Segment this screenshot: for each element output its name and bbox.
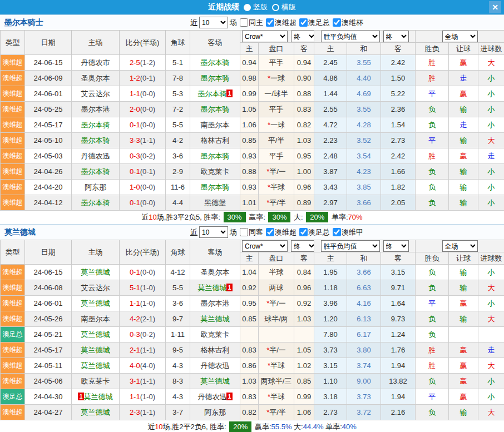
league-filter-checkbox-2[interactable]: 澳维甲	[333, 227, 363, 237]
result-goals	[478, 327, 504, 342]
league-type-badge: 澳维超	[1, 280, 25, 296]
league-type-badge: 澳维超	[1, 133, 25, 148]
home-team: 墨尔本骑	[72, 195, 120, 211]
league-filter-checkbox-2[interactable]: 澳维杯	[333, 18, 363, 28]
league-filter-input-2[interactable]	[333, 18, 341, 27]
asian-away-odds: 0.95	[294, 148, 314, 164]
home-team-name: 墨尔本骑	[81, 136, 110, 145]
filter-controls: 近10场同主澳维超澳足总澳维杯	[190, 17, 363, 28]
euro-home-odds: 3.43	[314, 180, 347, 195]
col-type: 类型	[1, 31, 25, 55]
euro-draw-odds: 3.55	[347, 55, 381, 71]
asian-away-odds: 0.89	[294, 195, 314, 211]
score-halftime: 3-3(1-1)	[120, 133, 166, 148]
home-team: 丹德农迅	[72, 148, 120, 164]
asian-away-odds: 0.85	[294, 374, 314, 389]
away-team-name: 墨尔本港	[201, 299, 230, 307]
euro-home-odds: 7.80	[314, 327, 347, 342]
summary-text: 单率:	[329, 213, 348, 221]
avg-odds-select[interactable]: 胜平负均值	[321, 240, 380, 252]
asian-away-odds: 0.92	[294, 296, 314, 311]
asian-handicap-line: *半/一	[259, 342, 294, 358]
away-team: 欧克莱卡	[190, 327, 240, 342]
odds-company-select[interactable]: Crow*	[242, 240, 288, 252]
summary-rate-badge: 30%	[224, 212, 246, 222]
league-type-badge: 澳维超	[1, 71, 25, 86]
result-handicap: 赢	[449, 358, 478, 374]
filter-controls: 近10场同客澳维超澳足总澳维甲	[190, 226, 363, 238]
league-filter-checkbox-1[interactable]: 澳足总	[299, 18, 330, 28]
odds-company-select[interactable]: Crow*	[242, 31, 288, 42]
result-goals: 小	[478, 180, 504, 195]
corner-score: 3-6	[166, 296, 190, 311]
league-filter-label: 澳维杯	[342, 18, 363, 28]
fulltime-scope-select[interactable]: 全场	[442, 240, 478, 252]
asian-away-odds: 0.83	[294, 102, 314, 117]
league-filter-checkbox-1[interactable]: 澳足总	[299, 227, 330, 237]
result-goals: 小	[478, 296, 504, 311]
games-count-select[interactable]: 10	[199, 17, 228, 28]
away-team-name: 黑德堡	[204, 198, 226, 207]
col-away: 客场	[190, 31, 240, 55]
result-goals: 大	[478, 405, 504, 420]
league-type-badge: 澳维超	[1, 265, 25, 280]
games-unit-label: 场	[230, 227, 237, 237]
corner-score: 5-5	[166, 117, 190, 133]
euro-away-odds: 1.54	[381, 117, 416, 133]
games-count-select[interactable]: 10	[199, 226, 228, 238]
result-wdl: 平	[416, 296, 449, 311]
asian-odds-group: Crow*终	[240, 240, 314, 252]
away-team-name: 莫兰德城	[201, 377, 230, 385]
away-team: 墨尔本骑	[190, 55, 240, 71]
corner-score: 9-5	[166, 342, 190, 358]
league-filter-input-1[interactable]	[299, 18, 308, 27]
fulltime-scope-select[interactable]: 全场	[442, 31, 478, 42]
layout-vertical-radio[interactable]	[244, 4, 251, 11]
layout-horizontal-radio[interactable]	[272, 4, 279, 11]
away-team-name: 墨尔本骑	[201, 74, 230, 82]
match-date: 24-05-26	[25, 311, 72, 327]
col-date: 日期	[25, 31, 72, 55]
league-filter-checkbox-0[interactable]: 澳维超	[266, 227, 297, 237]
close-button[interactable]: ✕	[489, 1, 501, 13]
match-date: 24-05-21	[25, 327, 72, 342]
final-initial-select[interactable]: 终	[291, 31, 314, 42]
league-filter-input-2[interactable]	[333, 228, 341, 236]
euro-home-odds: 1.18	[314, 280, 347, 296]
red-card-badge: 1	[78, 393, 83, 400]
result-group: 全场	[416, 31, 504, 43]
euro-away-odds: 1.82	[381, 180, 416, 195]
table-header-row: 类型日期主场比分(半场)角球客场Crow*终胜平负均值终全场	[1, 240, 504, 252]
asian-home-odds: 1.04	[240, 265, 259, 280]
result-goals: 大	[478, 133, 504, 148]
same-venue-input[interactable]	[240, 18, 248, 27]
away-team: 莫兰德城	[190, 311, 240, 327]
avg-odds-select[interactable]: 胜平负均值	[321, 31, 380, 42]
league-filter-checkbox-0[interactable]: 澳维超	[266, 18, 297, 28]
final-initial-select-2[interactable]: 终	[383, 240, 409, 252]
league-type-badge: 澳维超	[1, 405, 25, 420]
euro-away-odds: 2.73	[381, 133, 416, 148]
same-venue-checkbox[interactable]: 同客	[240, 227, 263, 237]
away-team-name: 墨尔本骑	[201, 183, 230, 191]
home-team: 南墨尔本	[72, 311, 120, 327]
euro-odds-group: 胜平负均值终	[314, 31, 416, 43]
final-initial-select[interactable]: 终	[291, 240, 314, 252]
corner-score: 7-8	[166, 71, 190, 86]
same-venue-input[interactable]	[240, 228, 248, 236]
final-initial-select-2[interactable]: 终	[383, 31, 409, 42]
asian-handicap-line: *半球	[259, 358, 294, 374]
asian-handicap-line: *半球	[259, 389, 294, 405]
result-handicap: 输	[449, 133, 478, 148]
asian-away-odds: 1.00	[294, 164, 314, 180]
league-filter-input-1[interactable]	[299, 228, 308, 236]
home-team-name: 莫兰德城	[84, 393, 113, 401]
league-filter-input-0[interactable]	[266, 228, 274, 236]
home-team-name: 墨尔本骑	[81, 121, 110, 129]
euro-home-odds: 2.48	[314, 148, 347, 164]
home-team-name: 墨尔本骑	[81, 167, 110, 176]
league-filter-input-0[interactable]	[266, 18, 274, 27]
same-venue-checkbox[interactable]: 同主	[240, 18, 263, 28]
league-type-badge: 澳维超	[1, 102, 25, 117]
sub-let-goal: 让球	[449, 252, 478, 265]
